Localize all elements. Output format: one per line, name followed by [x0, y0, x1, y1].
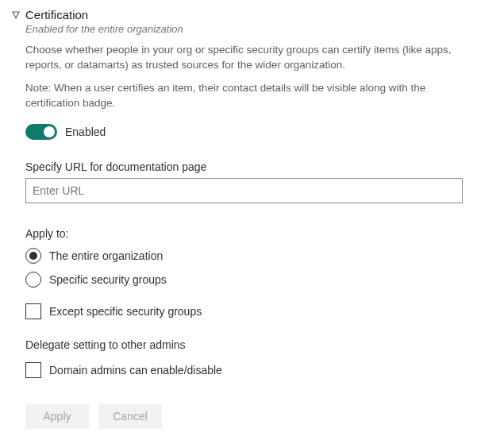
enabled-toggle[interactable]: [25, 124, 57, 140]
collapse-toggle-icon[interactable]: [11, 10, 21, 20]
radio-specific-security-groups-label: Specific security groups: [49, 273, 167, 286]
checkbox-except-specific-groups[interactable]: [25, 303, 41, 319]
section-subtitle: Enabled for the entire organization: [25, 23, 463, 35]
section-description: Choose whether people in your org or spe…: [25, 43, 463, 73]
delegate-section-label: Delegate setting to other admins: [25, 338, 463, 351]
radio-specific-security-groups[interactable]: [25, 272, 41, 288]
enabled-toggle-label: Enabled: [65, 126, 106, 138]
section-note: Note: When a user certifies an item, the…: [25, 81, 463, 111]
radio-entire-organization[interactable]: [25, 248, 41, 264]
url-field-label: Specify URL for documentation page: [25, 160, 463, 173]
apply-to-label: Apply to:: [25, 227, 463, 240]
radio-entire-organization-label: The entire organization: [49, 249, 163, 262]
section-title: Certification: [25, 8, 463, 21]
apply-button[interactable]: Apply: [25, 404, 89, 429]
checkbox-domain-admins[interactable]: [25, 362, 41, 378]
url-input[interactable]: [25, 178, 463, 203]
checkbox-except-specific-groups-label: Except specific security groups: [49, 305, 202, 318]
cancel-button[interactable]: Cancel: [98, 404, 162, 429]
checkbox-domain-admins-label: Domain admins can enable/disable: [49, 364, 222, 377]
